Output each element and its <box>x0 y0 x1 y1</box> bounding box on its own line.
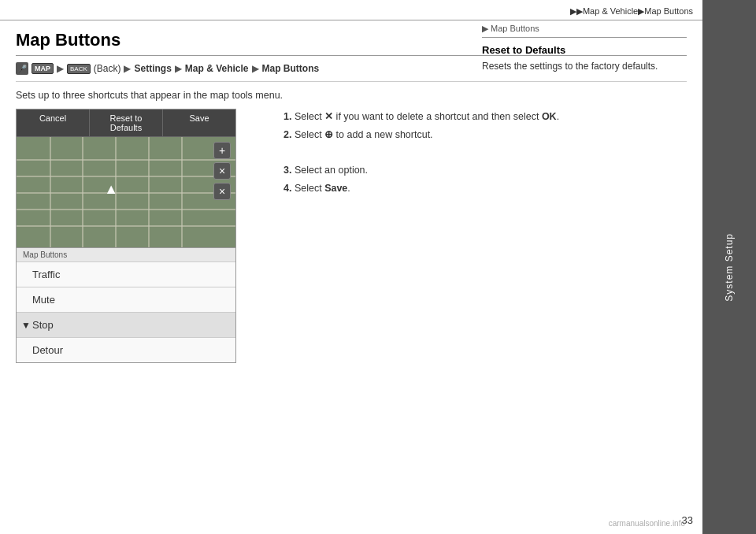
menu-item-detour: Detour <box>32 344 63 356</box>
step-2: 2. Select ⊕ to add a new shortcut. <box>284 127 687 143</box>
arrow-2: ▶ <box>124 63 131 74</box>
two-col-layout: Cancel Reset to Defaults Save <box>16 109 687 363</box>
menu-item-stop: Stop <box>32 319 54 331</box>
arrow-3: ▶ <box>175 63 182 74</box>
right-column: 1. Select ✕ if you want to delete a shor… <box>284 109 687 363</box>
watermark: carmanualsonline.info <box>609 519 685 528</box>
arrow-1: ▶ <box>57 63 64 74</box>
menu-item-traffic: Traffic <box>32 269 60 280</box>
map-controls: + × × <box>213 142 231 200</box>
breadcrumb-settings: Settings <box>134 63 171 74</box>
info-panel-header: ▶ Map Buttons <box>482 24 687 38</box>
cancel-button[interactable]: Cancel <box>17 109 90 136</box>
step-3: 3. Select an option. <box>284 162 687 179</box>
map-option-button[interactable]: × <box>213 183 231 200</box>
list-item[interactable]: Detour <box>17 338 235 362</box>
car-icon: ▲ <box>104 181 118 198</box>
info-panel: ▶ Map Buttons Reset to Defaults Resets t… <box>482 24 687 73</box>
mic-icon: 🎤 <box>16 62 28 75</box>
main-content: Map Buttons 🎤 MAP ▶ BACK (Back) ▶ Settin… <box>0 0 702 534</box>
menu-container: Map Buttons Traffic Mute ▼ Stop Detour <box>16 248 236 363</box>
save-button[interactable]: Save <box>163 109 235 136</box>
menu-item-mute: Mute <box>32 294 55 306</box>
info-panel-title: Reset to Defaults <box>482 44 687 56</box>
selected-arrow-icon: ▼ <box>21 320 31 331</box>
list-item[interactable]: Mute <box>17 287 235 313</box>
reset-to-defaults-button[interactable]: Reset to Defaults <box>90 109 163 136</box>
list-item[interactable]: ▼ Stop <box>17 313 235 338</box>
steps-list: 1. Select ✕ if you want to delete a shor… <box>284 109 687 197</box>
map-ui: Cancel Reset to Defaults Save <box>16 109 236 248</box>
page-description: Sets up to three shortcuts that appear i… <box>16 90 687 101</box>
step-4: 4. Select Save. <box>284 180 687 197</box>
menu-header: Map Buttons <box>17 248 235 262</box>
map-area: + × × ▲ <box>17 137 235 247</box>
back-text: (Back) <box>94 63 121 74</box>
zoom-in-button[interactable]: + <box>213 142 231 159</box>
breadcrumb-map-vehicle: Map & Vehicle <box>185 63 249 74</box>
map-button-icon[interactable]: MAP <box>32 63 54 74</box>
back-button-icon[interactable]: BACK <box>67 64 91 74</box>
zoom-out-button[interactable]: × <box>213 162 231 180</box>
map-toolbar: Cancel Reset to Defaults Save <box>17 109 235 137</box>
left-column: Cancel Reset to Defaults Save <box>16 109 268 363</box>
arrow-4: ▶ <box>252 63 259 74</box>
step-1: 1. Select ✕ if you want to delete a shor… <box>284 109 687 125</box>
info-panel-description: Resets the settings to the factory defau… <box>482 59 687 73</box>
list-item[interactable]: Traffic <box>17 262 235 287</box>
breadcrumb-map-buttons: Map Buttons <box>262 63 320 74</box>
sidebar-label: System Setup <box>724 233 735 302</box>
right-sidebar: System Setup <box>702 0 756 534</box>
